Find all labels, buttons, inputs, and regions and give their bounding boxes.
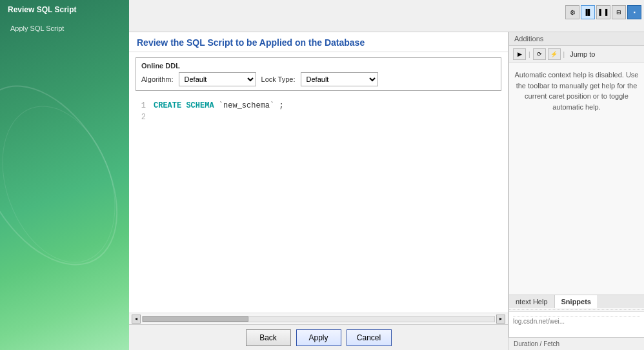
refresh-button[interactable]: ⟳ xyxy=(533,48,546,60)
panel-view-3-button[interactable]: ⊟ xyxy=(612,5,626,19)
sidebar-item-apply-sql[interactable]: Apply SQL Script xyxy=(0,19,129,37)
right-tabs: ntext Help Snippets xyxy=(509,295,644,308)
scroll-thumb xyxy=(143,316,248,322)
line-num-1: 1 xyxy=(136,100,146,112)
separator-1: | xyxy=(528,51,530,58)
schema-name: `new_schema` ; xyxy=(219,101,284,110)
tab-snippets-label: Snippets xyxy=(561,298,591,306)
algorithm-select[interactable]: Default INPLACE COPY xyxy=(179,72,256,86)
panel-1-icon: ▐▌ xyxy=(584,9,592,15)
scroll-right-arrow[interactable]: ▸ xyxy=(496,315,505,324)
lock-type-select[interactable]: Default NONE SHARED EXCLUSIVE xyxy=(301,72,378,86)
right-help-content: Automatic context help is disabled. Use … xyxy=(509,63,644,295)
bottom-link-text: log.csdn.net/wei... xyxy=(513,318,565,325)
top-toolbar: ⚙ ▐▌ ▌▐ ⊟ ▪ xyxy=(129,0,644,32)
toolbar-icons: ⚙ ▐▌ ▌▐ ⊟ ▪ xyxy=(565,5,641,19)
scroll-left-arrow[interactable]: ◂ xyxy=(132,315,141,324)
auto-icon: ⚡ xyxy=(550,51,558,57)
panel-view-1-button[interactable]: ▐▌ xyxy=(581,5,595,19)
ddl-section: Online DDL Algorithm: Default INPLACE CO… xyxy=(136,57,501,91)
keyword-create: CREATE SCHEMA xyxy=(154,101,214,110)
algorithm-label: Algorithm: xyxy=(141,75,174,83)
content-area: Review the SQL Script to be Applied on t… xyxy=(129,32,644,350)
refresh-icon: ⟳ xyxy=(537,51,542,57)
bottom-bar: Back Apply Cancel xyxy=(129,324,508,350)
panel-2-icon: ▌▐ xyxy=(599,9,608,15)
right-panel: Additions ▶ | ⟳ ⚡ | Jump to Automatic co… xyxy=(508,32,644,350)
auto-help-button[interactable]: ⚡ xyxy=(548,48,561,60)
tab-snippets[interactable]: Snippets xyxy=(555,295,598,308)
line-content-1: CREATE SCHEMA `new_schema` ; xyxy=(154,100,284,112)
lock-type-label: Lock Type: xyxy=(261,75,296,83)
panel-view-4-button[interactable]: ▪ xyxy=(627,5,641,19)
sidebar-item-label-review: Review SQL Script xyxy=(8,5,76,14)
panel-view-2-button[interactable]: ▌▐ xyxy=(596,5,610,19)
dotted-line-1 xyxy=(513,316,640,316)
gear-button[interactable]: ⚙ xyxy=(565,5,579,19)
tab-context-help[interactable]: ntext Help xyxy=(509,295,555,308)
cancel-button[interactable]: Cancel xyxy=(347,329,392,346)
duration-fetch-label: Duration / Fetch xyxy=(514,340,559,347)
run-button[interactable]: ▶ xyxy=(513,48,526,60)
code-editor[interactable]: 1 CREATE SCHEMA `new_schema` ; 2 xyxy=(129,96,508,313)
page-title: Review the SQL Script to be Applied on t… xyxy=(137,37,500,48)
sidebar-item-review-sql[interactable]: Review SQL Script xyxy=(0,0,129,19)
sql-panel: Review the SQL Script to be Applied on t… xyxy=(129,32,508,350)
sidebar: Review SQL Script Apply SQL Script xyxy=(0,0,129,350)
main-content: ⚙ ▐▌ ▌▐ ⊟ ▪ Review the SQL Script to be … xyxy=(129,0,644,350)
back-button[interactable]: Back xyxy=(246,329,291,346)
line-num-2: 2 xyxy=(136,112,146,123)
panel-4-icon: ▪ xyxy=(633,9,635,15)
tab-context-help-label: ntext Help xyxy=(516,298,548,306)
code-line-1: 1 CREATE SCHEMA `new_schema` ; xyxy=(136,100,501,112)
jump-to-label: Jump to xyxy=(570,50,595,58)
help-text: Automatic context help is disabled. Use … xyxy=(515,71,639,111)
ddl-row: Algorithm: Default INPLACE COPY Lock Typ… xyxy=(141,72,496,86)
page-title-bar: Review the SQL Script to be Applied on t… xyxy=(129,32,508,52)
gear-icon: ⚙ xyxy=(570,9,576,16)
panel-3-icon: ⊟ xyxy=(616,9,621,15)
scroll-track[interactable] xyxy=(142,316,495,322)
code-line-2: 2 xyxy=(136,112,501,123)
right-toolbar: ▶ | ⟳ ⚡ | Jump to xyxy=(509,46,644,63)
right-panel-header: Additions xyxy=(509,32,644,46)
additions-label: Additions xyxy=(514,35,543,43)
dotted-divider xyxy=(509,309,644,310)
sidebar-item-label-apply: Apply SQL Script xyxy=(10,24,64,32)
separator-2: | xyxy=(563,51,565,58)
play-icon: ▶ xyxy=(518,51,522,57)
apply-button[interactable]: Apply xyxy=(296,329,341,346)
status-bar: Duration / Fetch xyxy=(508,337,644,350)
ddl-legend: Online DDL xyxy=(141,62,496,70)
horizontal-scrollbar[interactable]: ◂ ▸ xyxy=(129,313,508,324)
